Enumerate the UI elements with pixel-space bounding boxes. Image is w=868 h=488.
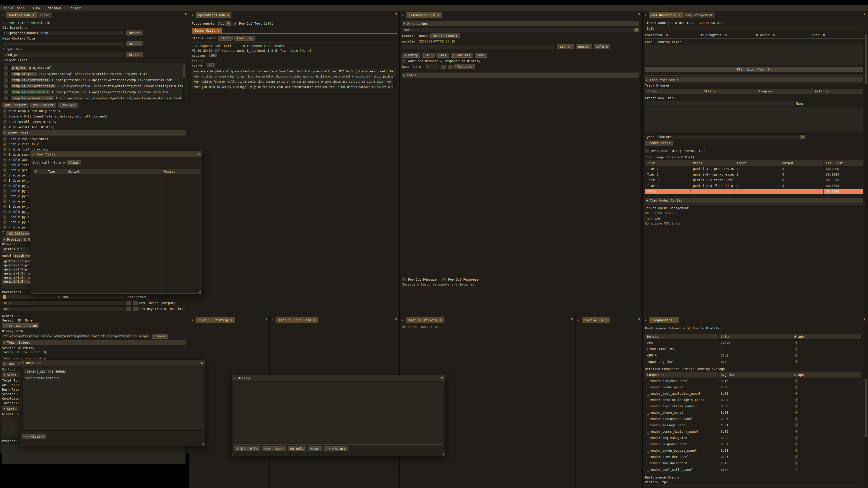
tab-close-icon[interactable]: X [675, 319, 676, 322]
tool-calls-titlebar[interactable]: ▼ Tool Calls X [30, 151, 202, 158]
reset-cli-session-button[interactable]: Reset CLI Session [2, 323, 39, 328]
checkbox[interactable]: ✔ [2, 120, 7, 124]
window-menu-icon[interactable]: ▼ [0, 11, 6, 18]
tab-close-icon[interactable]: X [439, 319, 441, 322]
chevron-down-icon[interactable]: ▼ [800, 134, 805, 139]
autoscroll-comms-option[interactable]: ✔Auto-scroll Comms History [2, 120, 187, 124]
close-icon[interactable]: X [266, 318, 267, 321]
save-all-button[interactable]: Save All [58, 103, 78, 107]
list-item[interactable]: xtemp_liveaisettingssimC:\projects\manua… [4, 84, 184, 89]
clear-all-button[interactable]: Clear All [451, 53, 473, 58]
tab-close-icon[interactable]: X [606, 319, 607, 322]
tab-operations-hub[interactable]: Operations HubX [195, 12, 232, 18]
reset-button[interactable]: Reset [308, 446, 322, 451]
gen-send-button[interactable]: Gen + Send [262, 446, 286, 451]
response-to-history-button[interactable]: -> History [22, 434, 46, 439]
tab-tier4-qa[interactable]: Tier 4: QAX [581, 317, 610, 323]
tab-diagnostics[interactable]: DiagnosticsX [649, 317, 679, 323]
pop-out-tool-calls-checkbox[interactable]: ✔ [233, 22, 237, 26]
inject-file-button[interactable]: Inject File [234, 446, 260, 451]
expand-message-button[interactable]: [+] [209, 54, 217, 57]
close-icon[interactable]: X [864, 318, 866, 321]
graph-checkbox[interactable]: ✔ [794, 404, 799, 408]
window-menu-icon[interactable]: ▼ [189, 11, 195, 18]
tab-close-icon[interactable]: X [437, 13, 439, 17]
graph-checkbox[interactable]: ✔ [794, 448, 799, 453]
expand-all-button[interactable]: +All [436, 53, 449, 58]
graph-checkbox[interactable]: ✔ [794, 410, 799, 415]
collapse-icon[interactable]: ▼ [234, 377, 236, 380]
slider-grab[interactable] [3, 295, 6, 299]
menu-windows[interactable]: Windows [48, 6, 61, 10]
create-track-button[interactable]: Create Track [645, 140, 673, 145]
history-limit-input[interactable]: 8000 [2, 306, 124, 311]
tab-comms-history[interactable]: Comms History [192, 28, 222, 33]
plus-button[interactable]: + [448, 65, 453, 69]
response-titlebar[interactable]: ▼ Response X [20, 360, 205, 366]
graph-checkbox[interactable]: ✔ [794, 461, 799, 465]
remove-project-button[interactable]: x [4, 96, 8, 101]
close-icon[interactable]: X [638, 12, 640, 16]
remove-project-button[interactable]: x [4, 78, 8, 82]
conductor-setup-header[interactable]: ▶Conductor Setup [645, 77, 863, 83]
remove-project-button[interactable]: x [4, 84, 8, 88]
tier-model-config-header[interactable]: ▶Tier Model Config [645, 198, 863, 203]
update-commit-button[interactable]: Update Commit [430, 33, 460, 38]
clear-button[interactable]: Clear [218, 36, 232, 41]
graph-checkbox[interactable]: ✔ [794, 455, 799, 459]
git-directory-input[interactable]: C:\projects\manual_slop [2, 31, 125, 35]
tab-theme[interactable]: Theme [37, 12, 52, 18]
roles-header[interactable]: ▶Roles [402, 72, 639, 78]
graph-checkbox[interactable]: ✔ [794, 340, 799, 345]
tab-close-icon[interactable]: X [313, 319, 315, 322]
checkbox[interactable] [402, 59, 406, 63]
summary-only-option[interactable]: Summary Only (send file structure, not f… [2, 114, 187, 119]
window-menu-icon[interactable]: ▼ [643, 316, 649, 323]
epic-planning-textarea[interactable] [645, 45, 863, 65]
discussion-name-input[interactable] [402, 44, 556, 49]
binary-path-input[interactable]: "C:\projects\manual_slop\.venv\Scripts\p… [2, 334, 150, 339]
list-item-active[interactable]: xtemp_livetoolssim *C:\projects\manual_s… [4, 90, 184, 95]
track-name-input[interactable] [645, 101, 794, 106]
graph-checkbox[interactable]: ✔ [794, 423, 799, 427]
list-item[interactable]: xtemp_livecontextsimC:\projects\manual_s… [4, 77, 184, 83]
track-description-textarea[interactable] [645, 107, 863, 132]
new-project-button[interactable]: New Project [30, 103, 56, 107]
system-prompt-preview[interactable]: You are a helpful coding assistant with … [192, 68, 396, 89]
md-only-button[interactable]: MD Only [288, 446, 306, 451]
menu-view[interactable]: View [32, 6, 40, 10]
project-list-scrollbar[interactable] [183, 64, 185, 100]
list-item[interactable]: xtemp_liveexecutionsimC:\projects\manual… [4, 96, 184, 101]
remove-project-button[interactable]: x [4, 72, 8, 76]
chevron-down-icon[interactable]: ▼ [226, 21, 231, 26]
tab-context-hub[interactable]: Context HubX [6, 12, 37, 18]
collapse-icon[interactable]: ▼ [22, 362, 24, 364]
window-menu-icon[interactable]: ▼ [643, 11, 649, 18]
tab-close-icon[interactable]: X [679, 13, 680, 17]
tab-mma-dashboard[interactable]: MMA DashboardX [649, 12, 683, 18]
auto-add-option[interactable]: Auto-add message & response to history [402, 59, 640, 63]
graph-checkbox[interactable]: ✔ [794, 435, 799, 440]
graph-checkbox[interactable] [794, 467, 799, 471]
tab-close-icon[interactable]: X [227, 13, 229, 17]
tab-close-icon[interactable]: X [32, 13, 34, 17]
main-context-file-input[interactable] [2, 41, 125, 46]
git-browse-button[interactable]: Browse [126, 31, 143, 35]
discussion-scrollbar[interactable] [640, 74, 642, 310]
temperature-slider[interactable]: 0.700 [2, 295, 124, 300]
collapse-all-button[interactable]: -All [422, 53, 435, 58]
tab-tier3-workers[interactable]: Tier 3: WorkersX [405, 317, 444, 323]
output-dir-input[interactable]: ./md_gen [2, 52, 125, 57]
create-button[interactable]: Create [557, 44, 574, 49]
discussions-header[interactable]: ▼Discussions [402, 21, 639, 26]
graph-checkbox[interactable]: ✔ [794, 353, 799, 357]
remove-project-button[interactable]: x [4, 90, 8, 94]
agent-tools-header[interactable]: ▼Agent Tools [2, 130, 186, 135]
graph-checkbox[interactable]: ✔ [794, 442, 799, 446]
minus-button[interactable]: - [126, 307, 131, 311]
project-system-textarea[interactable] [2, 444, 186, 464]
close-icon[interactable]: X [395, 12, 397, 16]
discussion-combo[interactable]: main ▼ [402, 27, 639, 32]
close-icon[interactable]: X [571, 318, 573, 321]
mma-scrollbar[interactable] [865, 33, 867, 313]
